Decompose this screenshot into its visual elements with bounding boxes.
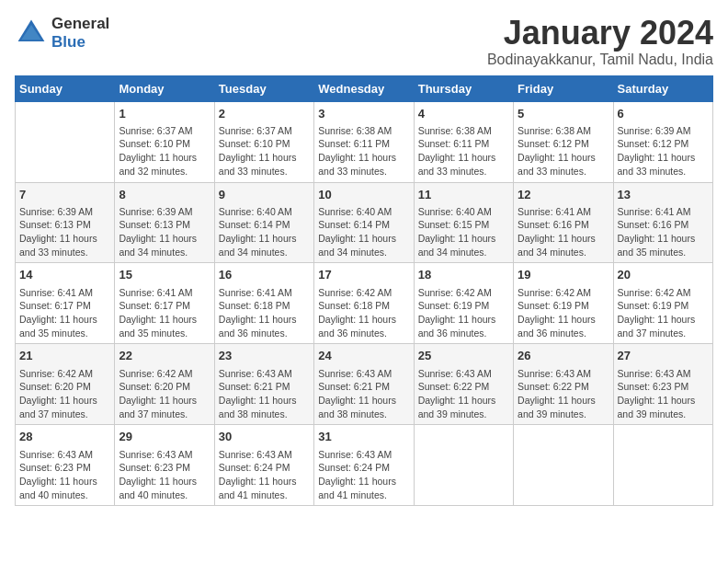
day-info: Sunrise: 6:43 AMSunset: 6:21 PMDaylight:…	[318, 367, 409, 421]
calendar-cell: 4Sunrise: 6:38 AMSunset: 6:11 PMDaylight…	[414, 101, 513, 182]
day-info: Sunrise: 6:42 AMSunset: 6:20 PMDaylight:…	[119, 367, 210, 421]
day-info: Sunrise: 6:42 AMSunset: 6:19 PMDaylight:…	[518, 286, 609, 340]
day-info: Sunrise: 6:41 AMSunset: 6:18 PMDaylight:…	[219, 286, 310, 340]
day-info: Sunrise: 6:38 AMSunset: 6:12 PMDaylight:…	[518, 124, 609, 178]
day-number: 5	[518, 106, 609, 122]
page-header: General Blue January 2024 Bodinayakkanur…	[15, 15, 713, 68]
day-info: Sunrise: 6:38 AMSunset: 6:11 PMDaylight:…	[418, 124, 509, 178]
day-info: Sunrise: 6:40 AMSunset: 6:14 PMDaylight:…	[318, 205, 409, 259]
day-info: Sunrise: 6:41 AMSunset: 6:17 PMDaylight:…	[119, 286, 210, 340]
day-info: Sunrise: 6:43 AMSunset: 6:22 PMDaylight:…	[418, 367, 509, 421]
day-number: 4	[418, 106, 509, 122]
calendar-cell: 14Sunrise: 6:41 AMSunset: 6:17 PMDayligh…	[16, 263, 115, 344]
day-info: Sunrise: 6:38 AMSunset: 6:11 PMDaylight:…	[318, 124, 409, 178]
calendar-cell: 13Sunrise: 6:41 AMSunset: 6:16 PMDayligh…	[613, 182, 712, 263]
day-number: 15	[119, 267, 210, 283]
day-number: 21	[19, 348, 110, 364]
calendar-cell: 19Sunrise: 6:42 AMSunset: 6:19 PMDayligh…	[514, 263, 613, 344]
day-number: 10	[318, 187, 409, 203]
day-info: Sunrise: 6:41 AMSunset: 6:17 PMDaylight:…	[19, 286, 110, 340]
day-info: Sunrise: 6:43 AMSunset: 6:23 PMDaylight:…	[19, 448, 110, 502]
calendar-cell: 6Sunrise: 6:39 AMSunset: 6:12 PMDaylight…	[613, 101, 712, 182]
calendar-cell: 2Sunrise: 6:37 AMSunset: 6:10 PMDaylight…	[214, 101, 313, 182]
day-number: 28	[19, 429, 110, 445]
calendar-cell: 23Sunrise: 6:43 AMSunset: 6:21 PMDayligh…	[214, 344, 313, 425]
calendar-body: 1Sunrise: 6:37 AMSunset: 6:10 PMDaylight…	[16, 101, 713, 506]
day-number: 19	[518, 267, 609, 283]
day-info: Sunrise: 6:40 AMSunset: 6:15 PMDaylight:…	[418, 205, 509, 259]
calendar-cell: 22Sunrise: 6:42 AMSunset: 6:20 PMDayligh…	[115, 344, 214, 425]
calendar-cell: 7Sunrise: 6:39 AMSunset: 6:13 PMDaylight…	[16, 182, 115, 263]
day-number: 14	[19, 267, 110, 283]
calendar-header-row: SundayMondayTuesdayWednesdayThursdayFrid…	[16, 75, 713, 101]
day-number: 6	[618, 106, 709, 122]
day-number: 23	[219, 348, 310, 364]
calendar-cell: 16Sunrise: 6:41 AMSunset: 6:18 PMDayligh…	[214, 263, 313, 344]
day-number: 2	[219, 106, 310, 122]
day-number: 22	[119, 348, 210, 364]
day-info: Sunrise: 6:40 AMSunset: 6:14 PMDaylight:…	[219, 205, 310, 259]
calendar-cell: 25Sunrise: 6:43 AMSunset: 6:22 PMDayligh…	[414, 344, 513, 425]
page-title: January 2024	[487, 15, 713, 52]
calendar-cell: 17Sunrise: 6:42 AMSunset: 6:18 PMDayligh…	[314, 263, 414, 344]
logo: General Blue	[15, 15, 109, 52]
day-number: 31	[318, 429, 409, 445]
page-subtitle: Bodinayakkanur, Tamil Nadu, India	[487, 52, 713, 68]
day-info: Sunrise: 6:37 AMSunset: 6:10 PMDaylight:…	[119, 124, 210, 178]
day-number: 27	[618, 348, 709, 364]
day-number: 29	[119, 429, 210, 445]
calendar-cell	[613, 425, 712, 506]
calendar-cell: 26Sunrise: 6:43 AMSunset: 6:22 PMDayligh…	[514, 344, 613, 425]
day-info: Sunrise: 6:43 AMSunset: 6:22 PMDaylight:…	[518, 367, 609, 421]
day-number: 1	[119, 106, 210, 122]
calendar-cell: 24Sunrise: 6:43 AMSunset: 6:21 PMDayligh…	[314, 344, 414, 425]
calendar-cell: 20Sunrise: 6:42 AMSunset: 6:19 PMDayligh…	[613, 263, 712, 344]
day-info: Sunrise: 6:42 AMSunset: 6:18 PMDaylight:…	[318, 286, 409, 340]
day-header: Friday	[514, 75, 613, 101]
calendar-cell: 5Sunrise: 6:38 AMSunset: 6:12 PMDaylight…	[514, 101, 613, 182]
calendar-cell	[414, 425, 513, 506]
day-info: Sunrise: 6:43 AMSunset: 6:21 PMDaylight:…	[219, 367, 310, 421]
day-info: Sunrise: 6:39 AMSunset: 6:13 PMDaylight:…	[119, 205, 210, 259]
day-number: 16	[219, 267, 310, 283]
day-number: 24	[318, 348, 409, 364]
calendar-week-row: 14Sunrise: 6:41 AMSunset: 6:17 PMDayligh…	[16, 263, 713, 344]
day-header: Tuesday	[214, 75, 313, 101]
day-number: 26	[518, 348, 609, 364]
calendar-cell: 30Sunrise: 6:43 AMSunset: 6:24 PMDayligh…	[214, 425, 313, 506]
day-number: 11	[418, 187, 509, 203]
calendar-cell	[514, 425, 613, 506]
day-info: Sunrise: 6:43 AMSunset: 6:24 PMDaylight:…	[318, 448, 409, 502]
logo-icon	[15, 17, 48, 50]
day-info: Sunrise: 6:43 AMSunset: 6:23 PMDaylight:…	[618, 367, 709, 421]
logo-text: General Blue	[51, 15, 109, 52]
calendar-cell: 10Sunrise: 6:40 AMSunset: 6:14 PMDayligh…	[314, 182, 414, 263]
day-number: 30	[219, 429, 310, 445]
day-header: Wednesday	[314, 75, 414, 101]
day-number: 20	[618, 267, 709, 283]
day-info: Sunrise: 6:41 AMSunset: 6:16 PMDaylight:…	[618, 205, 709, 259]
day-number: 8	[119, 187, 210, 203]
calendar-cell	[16, 101, 115, 182]
calendar-cell: 11Sunrise: 6:40 AMSunset: 6:15 PMDayligh…	[414, 182, 513, 263]
day-number: 12	[518, 187, 609, 203]
day-info: Sunrise: 6:42 AMSunset: 6:19 PMDaylight:…	[618, 286, 709, 340]
day-info: Sunrise: 6:39 AMSunset: 6:12 PMDaylight:…	[618, 124, 709, 178]
day-info: Sunrise: 6:41 AMSunset: 6:16 PMDaylight:…	[518, 205, 609, 259]
day-header: Thursday	[414, 75, 513, 101]
day-number: 9	[219, 187, 310, 203]
title-area: January 2024 Bodinayakkanur, Tamil Nadu,…	[487, 15, 713, 68]
calendar-cell: 8Sunrise: 6:39 AMSunset: 6:13 PMDaylight…	[115, 182, 214, 263]
calendar-cell: 15Sunrise: 6:41 AMSunset: 6:17 PMDayligh…	[115, 263, 214, 344]
day-info: Sunrise: 6:42 AMSunset: 6:19 PMDaylight:…	[418, 286, 509, 340]
calendar-cell: 31Sunrise: 6:43 AMSunset: 6:24 PMDayligh…	[314, 425, 414, 506]
calendar-cell: 12Sunrise: 6:41 AMSunset: 6:16 PMDayligh…	[514, 182, 613, 263]
day-number: 3	[318, 106, 409, 122]
calendar-cell: 29Sunrise: 6:43 AMSunset: 6:23 PMDayligh…	[115, 425, 214, 506]
day-info: Sunrise: 6:39 AMSunset: 6:13 PMDaylight:…	[19, 205, 110, 259]
day-header: Monday	[115, 75, 214, 101]
day-number: 18	[418, 267, 509, 283]
calendar-cell: 27Sunrise: 6:43 AMSunset: 6:23 PMDayligh…	[613, 344, 712, 425]
day-header: Sunday	[16, 75, 115, 101]
calendar-table: SundayMondayTuesdayWednesdayThursdayFrid…	[15, 75, 713, 507]
